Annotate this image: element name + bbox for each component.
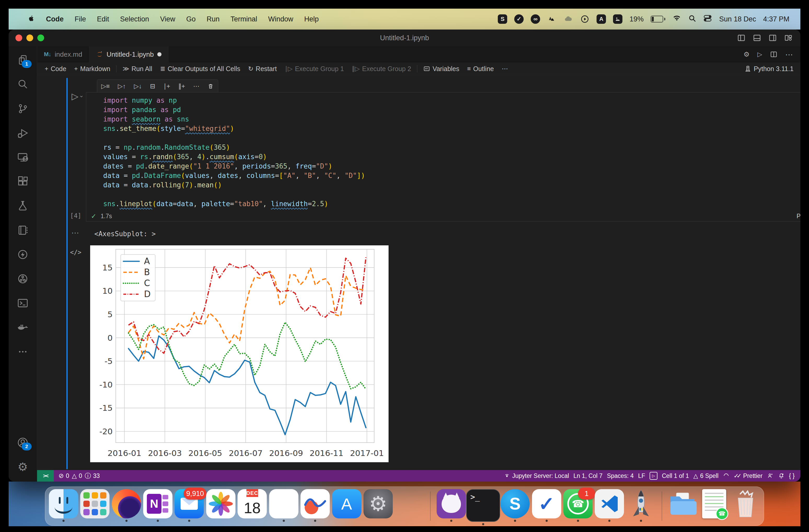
menu-edit[interactable]: Edit	[91, 15, 115, 23]
todo-status-icon[interactable]: ✓	[514, 14, 524, 24]
problems-errors[interactable]: ⊘0	[58, 472, 69, 479]
dock-notes-icon[interactable]	[269, 487, 299, 525]
execute-group-2-button[interactable]: ∥▷Execute Group 2	[348, 65, 415, 73]
dock-terminal-icon[interactable]: >_	[467, 487, 499, 525]
unsaved-dot-icon[interactable]	[157, 52, 161, 56]
dock-whatsapp-icon[interactable]: ☎1	[563, 487, 593, 525]
dock-launchpad-icon[interactable]	[80, 487, 110, 525]
output-menu-icon[interactable]: ⋯	[71, 228, 79, 237]
restart-button[interactable]: ↻Restart	[244, 65, 281, 73]
sidebar-item-settings[interactable]: ⚙	[8, 454, 37, 479]
minimize-button[interactable]	[27, 34, 33, 41]
chevron-down-icon[interactable]: ⌄	[79, 92, 84, 99]
delete-cell-icon[interactable]	[207, 83, 214, 90]
execute-above-icon[interactable]: ▷↑	[118, 83, 126, 89]
eol-sequence[interactable]: LF	[638, 473, 645, 479]
execute-below-icon[interactable]: ▷↓	[134, 83, 142, 89]
cell-indicator[interactable]: Cell 1 of 1	[662, 473, 689, 479]
menu-bar-date[interactable]: Sun 18 Dec	[719, 15, 756, 23]
dock-system-settings-icon[interactable]: ⚙	[363, 487, 393, 525]
split-editor-icon[interactable]	[770, 51, 777, 58]
insert-markdown-cell-icon[interactable]: ∥+	[178, 83, 185, 89]
cell-more-icon[interactable]: ⋯	[193, 83, 200, 89]
add-markdown-cell-button[interactable]: +Markdown	[70, 65, 114, 73]
more-actions-icon[interactable]: ⋯	[785, 50, 793, 59]
sidebar-item-docker[interactable]	[8, 315, 37, 339]
dock-github-icon[interactable]	[436, 487, 466, 525]
sidebar-item-testing[interactable]	[8, 194, 37, 218]
dock-wave-app-icon[interactable]	[300, 487, 330, 525]
dock-calendar-icon[interactable]: DEC18	[237, 487, 267, 525]
apple-menu[interactable]	[22, 14, 40, 25]
drive-status-icon[interactable]	[547, 14, 556, 24]
execute-row-icon[interactable]: ▷≡	[101, 83, 110, 89]
jupyter-server-status[interactable]: Jupyter Server: Local	[504, 473, 569, 479]
sidebar-item-remote-explorer[interactable]	[8, 145, 37, 169]
variables-button[interactable]: Variables	[419, 65, 463, 73]
prettier-status[interactable]: ✓✓Prettier	[734, 473, 763, 479]
toggle-panel-icon[interactable]	[753, 34, 761, 42]
gear-icon[interactable]: ⚙	[743, 50, 750, 58]
execute-group-1-button[interactable]: ∣▷Execute Group 1	[281, 65, 348, 73]
title-bar[interactable]: Untitled-1.ipynb	[8, 30, 801, 46]
dock-finder-icon[interactable]	[48, 487, 79, 525]
a-app-status-icon[interactable]: A	[597, 14, 606, 24]
dock-todo-icon[interactable]: ✓	[532, 487, 562, 525]
menu-help[interactable]: Help	[299, 15, 324, 23]
menu-file[interactable]: File	[69, 15, 92, 23]
run-cell-button[interactable]: ▷ ⌄	[72, 91, 84, 101]
control-center-icon[interactable]	[703, 14, 712, 24]
clear-outputs-button[interactable]: ≣Clear Outputs of All Cells	[156, 65, 244, 73]
toolbar-more-button[interactable]: ⋯	[498, 66, 512, 72]
tab-index-md[interactable]: M↓ index.md	[37, 46, 89, 63]
menu-view[interactable]: View	[155, 15, 181, 23]
cell-language-picker[interactable]: Python	[796, 213, 801, 220]
sidebar-item-share[interactable]	[8, 267, 37, 291]
spotlight-search-icon[interactable]	[688, 14, 696, 24]
customize-layout-icon[interactable]	[784, 34, 793, 42]
sidebar-item-explorer[interactable]: 1	[8, 48, 37, 72]
cell-focus-indicator[interactable]	[66, 78, 68, 469]
sidebar-item-power-tools[interactable]	[8, 242, 37, 267]
split-cell-icon[interactable]: ⊟	[150, 83, 155, 89]
run-all-button[interactable]: ≫Run All	[119, 65, 156, 73]
add-code-cell-button[interactable]: +Code	[41, 65, 70, 73]
problems-warnings[interactable]: △0	[72, 472, 82, 479]
cloud-sync-status-icon[interactable]	[564, 14, 573, 24]
battery-icon[interactable]	[651, 16, 665, 22]
toggle-sidebar-icon[interactable]	[737, 34, 745, 42]
braces-icon[interactable]: { }	[789, 473, 795, 479]
dock-photos-icon[interactable]	[206, 487, 236, 525]
menu-bar-time[interactable]: 4:37 PM	[763, 15, 789, 23]
sidebar-item-terminal[interactable]	[8, 291, 37, 315]
wifi-icon[interactable]	[672, 14, 681, 24]
dock-downloads-icon[interactable]	[668, 487, 698, 525]
sidebar-item-extensions[interactable]	[8, 169, 37, 194]
sidebar-item-run-debug[interactable]	[8, 121, 37, 145]
code-cell[interactable]: import numpy as npimport pandas as pdimp…	[86, 92, 801, 222]
menu-window[interactable]: Window	[263, 15, 299, 23]
insert-code-cell-icon[interactable]: ∣+	[163, 83, 170, 89]
menu-terminal[interactable]: Terminal	[225, 15, 263, 23]
dock-python-rocket-icon[interactable]	[626, 487, 656, 525]
menu-go[interactable]: Go	[181, 15, 201, 23]
feedback-icon[interactable]	[767, 473, 774, 479]
dock-appstore-icon[interactable]: A	[332, 487, 362, 525]
menu-selection[interactable]: Selection	[115, 15, 155, 23]
toggle-secondary-sidebar-icon[interactable]	[769, 34, 777, 42]
maximize-button[interactable]	[37, 34, 44, 41]
indentation[interactable]: Spaces: 4	[607, 473, 634, 479]
menu-code[interactable]: Code	[40, 15, 69, 23]
spell-checker-status[interactable]: △6 Spell	[693, 473, 719, 479]
close-button[interactable]	[15, 34, 22, 41]
dock-vscode-icon[interactable]	[595, 487, 624, 525]
remote-indicator[interactable]: ><	[37, 470, 54, 482]
cursor-position[interactable]: Ln 1, Col 7	[573, 473, 603, 479]
kernel-picker[interactable]: Python 3.11.1	[744, 65, 801, 73]
notebook-kernel-icon[interactable]: ▷	[650, 472, 657, 480]
sidebar-item-more[interactable]	[8, 339, 37, 364]
change-output-renderer-icon[interactable]: </>	[70, 249, 81, 256]
dock-firefox-icon[interactable]	[111, 487, 141, 525]
tab-untitled-ipynb[interactable]: Untitled-1.ipynb	[89, 46, 169, 63]
dock-trash-icon[interactable]	[730, 487, 760, 525]
